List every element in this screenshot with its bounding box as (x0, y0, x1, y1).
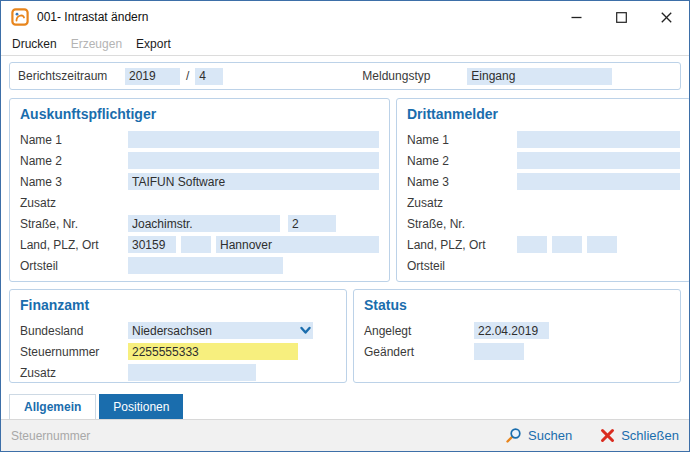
minimize-icon (571, 12, 582, 23)
maximize-button[interactable] (599, 1, 644, 33)
berichtszeitraum-label: Berichtszeitraum (18, 69, 125, 83)
land-plz-ort-label: Land, PLZ, Ort (407, 238, 517, 252)
fa-zusatz-input[interactable] (128, 364, 256, 381)
bundesland-select[interactable]: Niedersachsen (128, 322, 313, 339)
plz-input[interactable] (128, 236, 176, 253)
window-controls (554, 1, 689, 33)
app-window: 001- Intrastat ändern Drucken Er (0, 0, 690, 452)
da-plz-input[interactable] (517, 236, 547, 253)
ortsteil-label: Ortsteil (20, 259, 128, 273)
strasse-label: Straße, Nr. (20, 217, 128, 231)
land-input[interactable] (181, 236, 211, 253)
year-input[interactable] (125, 68, 180, 85)
menu-export[interactable]: Export (129, 35, 178, 53)
group-finanzamt: Finanzamt Bundesland Niedersachsen Steue… (9, 289, 347, 383)
name3-label: Name 3 (407, 175, 517, 189)
window-title: 001- Intrastat ändern (37, 10, 554, 24)
group-title: Finanzamt (20, 297, 336, 313)
period-separator: / (186, 69, 189, 83)
field-row: Steuernummer (20, 341, 336, 362)
field-row: Name 2 (407, 150, 680, 171)
name1-label: Name 1 (407, 133, 517, 147)
field-row: Ortsteil (20, 255, 379, 276)
strasse-input[interactable] (128, 215, 280, 232)
field-row: Zusatz (20, 192, 379, 213)
close-icon (661, 12, 672, 23)
tab-positionen[interactable]: Positionen (99, 394, 183, 419)
name1-label: Name 1 (20, 133, 128, 147)
content-area: Berichtszeitraum / Meldungstyp Auskunfts… (1, 56, 689, 419)
minimize-button[interactable] (554, 1, 599, 33)
da-name2-input[interactable] (517, 152, 680, 169)
groups-row-1: Auskunftspflichtiger Name 1 Name 2 Name … (9, 98, 681, 282)
group-auskunftspflichtiger: Auskunftspflichtiger Name 1 Name 2 Name … (9, 98, 390, 282)
da-land-input[interactable] (552, 236, 582, 253)
group-title: Auskunftspflichtiger (20, 106, 379, 122)
group-title: Status (364, 297, 670, 313)
meldungstyp-input[interactable] (467, 68, 612, 85)
hausnummer-input[interactable] (288, 215, 336, 232)
field-row: Ortsteil (407, 255, 680, 276)
field-row: Name 1 (407, 129, 680, 150)
meldungstyp-label: Meldungstyp (362, 69, 467, 83)
close-window-button[interactable] (644, 1, 689, 33)
suchen-label: Suchen (528, 428, 572, 443)
groups-row-2: Finanzamt Bundesland Niedersachsen Steue… (9, 289, 681, 383)
titlebar: 001- Intrastat ändern (1, 1, 689, 33)
strasse-label: Straße, Nr. (407, 217, 517, 231)
da-name1-input[interactable] (517, 131, 680, 148)
name3-input[interactable] (128, 173, 379, 190)
tab-allgemein[interactable]: Allgemein (9, 394, 96, 419)
zusatz-label: Zusatz (407, 196, 517, 210)
land-plz-ort-label: Land, PLZ, Ort (20, 238, 128, 252)
fa-zusatz-label: Zusatz (20, 366, 128, 380)
bundesland-label: Bundesland (20, 324, 128, 338)
field-row: Land, PLZ, Ort (20, 234, 379, 255)
field-row: Name 2 (20, 150, 379, 171)
schliessen-button[interactable]: Schließen (600, 428, 679, 443)
search-icon (505, 427, 522, 444)
ort-input[interactable] (216, 236, 379, 253)
menubar: Drucken Erzeugen Export (1, 33, 689, 56)
field-row: Bundesland Niedersachsen (20, 320, 336, 341)
name3-label: Name 3 (20, 175, 128, 189)
menu-erzeugen: Erzeugen (64, 35, 129, 53)
schliessen-label: Schließen (621, 428, 679, 443)
steuernummer-label: Steuernummer (20, 345, 128, 359)
tab-bar: Allgemein Positionen (9, 394, 681, 419)
field-row: Name 3 (20, 171, 379, 192)
name1-input[interactable] (128, 131, 379, 148)
bundesland-value: Niedersachsen (132, 324, 299, 338)
menu-drucken[interactable]: Drucken (5, 35, 64, 53)
field-row: Straße, Nr. (407, 213, 680, 234)
zusatz-label: Zusatz (20, 196, 128, 210)
report-period-panel: Berichtszeitraum / Meldungstyp (9, 62, 681, 90)
name2-label: Name 2 (20, 154, 128, 168)
name2-label: Name 2 (407, 154, 517, 168)
da-name3-input[interactable] (517, 173, 680, 190)
ortsteil-label: Ortsteil (407, 259, 517, 273)
close-red-icon (600, 428, 615, 443)
suchen-button[interactable]: Suchen (505, 427, 572, 444)
statusbar: Steuernummer Suchen Schließen (1, 419, 689, 451)
ortsteil-input[interactable] (128, 257, 283, 274)
geaendert-label: Geändert (364, 345, 474, 359)
chevron-down-icon (299, 324, 312, 337)
statusbar-hint: Steuernummer (11, 429, 477, 443)
maximize-icon (616, 12, 627, 23)
group-drittanmelder: Drittanmelder Name 1 Name 2 Name 3 Zusat… (396, 98, 690, 282)
field-row: Name 1 (20, 129, 379, 150)
app-icon (11, 8, 29, 26)
angelegt-label: Angelegt (364, 324, 474, 338)
period-input[interactable] (195, 68, 223, 85)
angelegt-field (474, 322, 549, 339)
field-row: Straße, Nr. (20, 213, 379, 234)
da-ort-input[interactable] (587, 236, 617, 253)
group-status: Status Angelegt Geändert (353, 289, 681, 383)
steuernummer-input[interactable] (128, 343, 298, 360)
field-row: Geändert (364, 341, 670, 362)
name2-input[interactable] (128, 152, 379, 169)
field-row: Zusatz (407, 192, 680, 213)
field-row: Zusatz (20, 362, 336, 383)
field-row: Angelegt (364, 320, 670, 341)
